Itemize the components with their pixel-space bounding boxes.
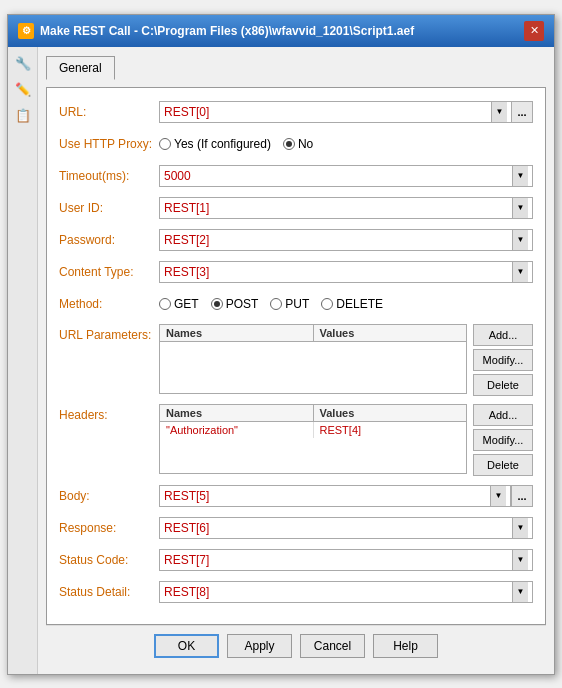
- url-label: URL:: [59, 105, 159, 119]
- radio-get[interactable]: GET: [159, 297, 199, 311]
- method-options: GET POST PUT DELETE: [159, 297, 383, 311]
- radio-no-circle[interactable]: [283, 138, 295, 150]
- header-value-cell: REST[4]: [314, 422, 467, 438]
- cancel-button[interactable]: Cancel: [300, 634, 365, 658]
- password-label: Password:: [59, 233, 159, 247]
- tab-bar: General: [46, 55, 546, 79]
- radio-delete[interactable]: DELETE: [321, 297, 383, 311]
- params-table-body: [160, 342, 466, 387]
- status-detail-row: Status Detail: REST[8] ▼: [59, 580, 533, 604]
- left-sidebar: 🔧 ✏️ 📋: [8, 47, 38, 674]
- content-type-combo[interactable]: REST[3] ▼: [159, 261, 533, 283]
- body-browse-button[interactable]: ...: [511, 485, 533, 507]
- http-proxy-label: Use HTTP Proxy:: [59, 137, 159, 151]
- password-row: Password: REST[2] ▼: [59, 228, 533, 252]
- url-params-table[interactable]: Names Values: [159, 324, 467, 394]
- method-label: Method:: [59, 297, 159, 311]
- radio-delete-circle[interactable]: [321, 298, 333, 310]
- userid-row: User ID: REST[1] ▼: [59, 196, 533, 220]
- url-params-row: URL Parameters: Names Values Add... Modi…: [59, 324, 533, 396]
- headers-table-body: "Authorization" REST[4]: [160, 422, 466, 467]
- method-row: Method: GET POST PUT: [59, 292, 533, 316]
- radio-post[interactable]: POST: [211, 297, 259, 311]
- timeout-row: Timeout(ms): 5000 ▼: [59, 164, 533, 188]
- radio-get-circle[interactable]: [159, 298, 171, 310]
- header-name-cell: "Authorization": [160, 422, 314, 438]
- headers-names-header: Names: [160, 405, 314, 421]
- radio-yes-circle[interactable]: [159, 138, 171, 150]
- password-combo[interactable]: REST[2] ▼: [159, 229, 533, 251]
- url-combo[interactable]: REST[0] ▼: [159, 101, 511, 123]
- body-row: Body: REST[5] ▼ ...: [59, 484, 533, 508]
- table-row[interactable]: "Authorization" REST[4]: [160, 422, 466, 438]
- help-button[interactable]: Help: [373, 634, 438, 658]
- headers-modify-button[interactable]: Modify...: [473, 429, 533, 451]
- http-proxy-row: Use HTTP Proxy: Yes (If configured) No: [59, 132, 533, 156]
- http-proxy-options: Yes (If configured) No: [159, 137, 313, 151]
- content-type-row: Content Type: REST[3] ▼: [59, 260, 533, 284]
- headers-table[interactable]: Names Values "Authorization" REST[4]: [159, 404, 467, 474]
- status-code-combo[interactable]: REST[7] ▼: [159, 549, 533, 571]
- url-row: URL: REST[0] ▼ ...: [59, 100, 533, 124]
- params-modify-button[interactable]: Modify...: [473, 349, 533, 371]
- status-detail-label: Status Detail:: [59, 585, 159, 599]
- status-detail-dropdown-arrow[interactable]: ▼: [512, 582, 528, 602]
- status-detail-combo[interactable]: REST[8] ▼: [159, 581, 533, 603]
- app-icon: ⚙: [18, 23, 34, 39]
- radio-post-circle[interactable]: [211, 298, 223, 310]
- status-code-label: Status Code:: [59, 553, 159, 567]
- timeout-combo[interactable]: 5000 ▼: [159, 165, 533, 187]
- content-type-dropdown-arrow[interactable]: ▼: [512, 262, 528, 282]
- timeout-dropdown-arrow[interactable]: ▼: [512, 166, 528, 186]
- headers-values-header: Values: [314, 405, 467, 421]
- sidebar-icon-1[interactable]: 🔧: [12, 53, 34, 75]
- params-names-header: Names: [160, 325, 314, 341]
- response-label: Response:: [59, 521, 159, 535]
- url-browse-button[interactable]: ...: [511, 101, 533, 123]
- password-dropdown-arrow[interactable]: ▼: [512, 230, 528, 250]
- url-dropdown-arrow[interactable]: ▼: [491, 102, 507, 122]
- content-type-label: Content Type:: [59, 265, 159, 279]
- headers-row: Headers: Names Values "Authorization" RE…: [59, 404, 533, 476]
- url-params-label: URL Parameters:: [59, 324, 159, 342]
- body-dropdown-arrow[interactable]: ▼: [490, 486, 506, 506]
- body-label: Body:: [59, 489, 159, 503]
- apply-button[interactable]: Apply: [227, 634, 292, 658]
- sidebar-icon-2[interactable]: ✏️: [12, 79, 34, 101]
- dialog-title: Make REST Call - C:\Program Files (x86)\…: [40, 24, 414, 38]
- tab-general[interactable]: General: [46, 56, 115, 80]
- response-combo[interactable]: REST[6] ▼: [159, 517, 533, 539]
- headers-add-button[interactable]: Add...: [473, 404, 533, 426]
- sidebar-icon-3[interactable]: 📋: [12, 105, 34, 127]
- params-delete-button[interactable]: Delete: [473, 374, 533, 396]
- userid-dropdown-arrow[interactable]: ▼: [512, 198, 528, 218]
- params-side-buttons: Add... Modify... Delete: [473, 324, 533, 396]
- body-combo[interactable]: REST[5] ▼: [159, 485, 511, 507]
- radio-no[interactable]: No: [283, 137, 313, 151]
- radio-yes[interactable]: Yes (If configured): [159, 137, 271, 151]
- userid-combo[interactable]: REST[1] ▼: [159, 197, 533, 219]
- headers-delete-button[interactable]: Delete: [473, 454, 533, 476]
- timeout-label: Timeout(ms):: [59, 169, 159, 183]
- ok-button[interactable]: OK: [154, 634, 219, 658]
- status-code-row: Status Code: REST[7] ▼: [59, 548, 533, 572]
- headers-side-buttons: Add... Modify... Delete: [473, 404, 533, 476]
- params-add-button[interactable]: Add...: [473, 324, 533, 346]
- response-dropdown-arrow[interactable]: ▼: [512, 518, 528, 538]
- userid-label: User ID:: [59, 201, 159, 215]
- status-code-dropdown-arrow[interactable]: ▼: [512, 550, 528, 570]
- response-row: Response: REST[6] ▼: [59, 516, 533, 540]
- footer: OK Apply Cancel Help: [46, 625, 546, 666]
- close-button[interactable]: ✕: [524, 21, 544, 41]
- params-values-header: Values: [314, 325, 467, 341]
- radio-put-circle[interactable]: [270, 298, 282, 310]
- headers-label: Headers:: [59, 404, 159, 422]
- radio-put[interactable]: PUT: [270, 297, 309, 311]
- title-bar: ⚙ Make REST Call - C:\Program Files (x86…: [8, 15, 554, 47]
